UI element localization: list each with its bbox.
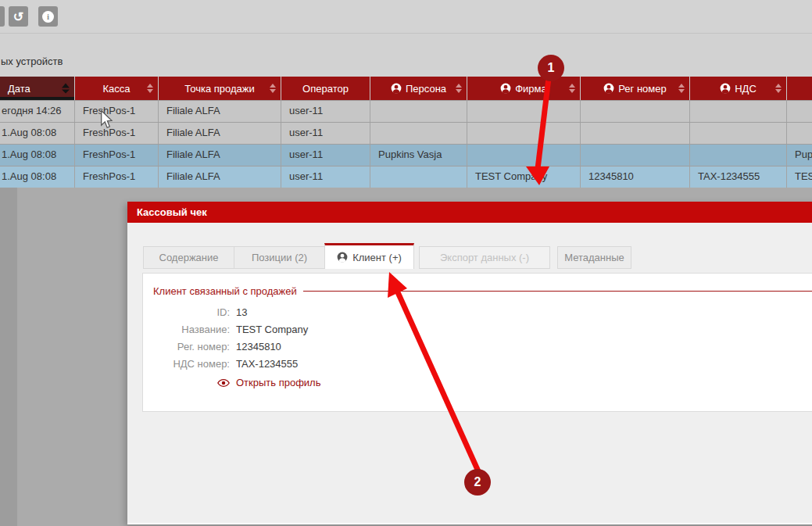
open-profile-link[interactable]: Открыть профиль [236, 374, 320, 392]
cell-client[interactable] [787, 123, 812, 144]
info-button[interactable]: i [38, 6, 58, 27]
cell-date[interactable]: 1.Aug 08:08 [0, 145, 75, 166]
app-root: ⁞ ↺ i ых устройств ДатаКассаТочка продаж… [0, 0, 812, 526]
column-header-register[interactable]: Касса [75, 77, 159, 100]
person-icon [391, 83, 402, 94]
cell-vat[interactable] [690, 123, 787, 144]
field-value: 13 [236, 304, 247, 321]
tab-label: Содержание [159, 252, 219, 263]
table-row[interactable]: егодня 14:26FreshPos-1Filiale ALFAuser-1… [0, 100, 812, 122]
sort-arrows-icon [147, 84, 153, 93]
cell-company[interactable]: TEST Company [467, 166, 581, 188]
sort-arrows-icon [62, 84, 70, 94]
column-header-company[interactable]: Фирма [467, 77, 581, 100]
tab-bar: СодержаниеПозиции (2)Клиент (+)Экспорт д… [143, 243, 631, 269]
column-label: Дата [8, 83, 30, 95]
sort-arrows-icon [456, 84, 462, 93]
column-header-vat[interactable]: НДС [690, 77, 787, 100]
tab-metadata[interactable]: Метаданные [557, 246, 631, 269]
column-label: Касса [102, 83, 130, 95]
cell-reg-number[interactable] [581, 101, 690, 122]
cell-date[interactable]: 1.Aug 08:08 [0, 166, 75, 188]
cell-person[interactable] [370, 123, 467, 144]
sort-arrows-icon [569, 84, 575, 93]
cell-operator[interactable]: user-11 [281, 166, 370, 188]
history-icon: ↺ [13, 9, 23, 24]
column-label: НДС [735, 83, 757, 95]
cell-operator[interactable]: user-11 [281, 101, 370, 122]
column-header-sales-point[interactable]: Точка продажи [159, 77, 281, 100]
profile-link-row: Открыть профиль [143, 374, 812, 392]
cell-client[interactable] [787, 101, 812, 122]
table-row[interactable]: 1.Aug 08:08FreshPos-1Filiale ALFAuser-11… [0, 166, 812, 188]
cell-person[interactable] [370, 101, 467, 122]
truncated-caption: ых устройств [1, 55, 63, 67]
cell-client[interactable]: TEST Company [787, 166, 812, 188]
column-label: Персона [406, 83, 446, 95]
column-header-client[interactable] [787, 77, 812, 100]
receipts-table: ДатаКассаТочка продажиОператорПерсонаФир… [0, 77, 812, 188]
column-header-person[interactable]: Персона [370, 77, 467, 100]
field-label: ID: [153, 304, 230, 321]
cell-operator[interactable]: user-11 [281, 123, 370, 144]
tab-client[interactable]: Клиент (+) [324, 243, 414, 269]
top-zone: ⁞ ↺ i ых устройств [0, 0, 812, 77]
sort-arrows-icon [678, 84, 685, 93]
sort-arrows-icon [775, 84, 782, 93]
history-button[interactable]: ↺ [9, 6, 28, 27]
left-edge-strip [0, 188, 17, 526]
column-header-date[interactable]: Дата [0, 77, 75, 100]
tab-label: Клиент (+) [352, 247, 402, 268]
info-icon: i [42, 11, 54, 23]
column-header-operator[interactable]: Оператор [281, 77, 370, 100]
more-button[interactable]: ⁞ [0, 6, 5, 27]
dialog-title: Кассовый чек [137, 206, 207, 218]
cell-register[interactable]: FreshPos-1 [75, 145, 159, 166]
tab-contents[interactable]: Содержание [143, 246, 234, 269]
section-rule [303, 291, 812, 292]
tab-positions[interactable]: Позиции (2) [234, 246, 325, 269]
table-row[interactable]: 1.Aug 08:08FreshPos-1Filiale ALFAuser-11… [0, 144, 812, 166]
field-label: Рег. номер: [153, 338, 230, 356]
client-field-row: НДС номер:TAX-1234555 [143, 356, 812, 373]
annotation-badge-1: 1 [538, 55, 564, 81]
cell-client[interactable]: Pupkins Vasja [787, 145, 812, 166]
cell-sales-point[interactable]: Filiale ALFA [159, 166, 281, 188]
person-icon [603, 83, 614, 94]
cell-register[interactable]: FreshPos-1 [75, 123, 159, 144]
cell-person[interactable] [370, 166, 467, 188]
toolbar: ⁞ ↺ i [0, 0, 812, 34]
tab-export[interactable]: Экспорт данных (-) [419, 246, 550, 269]
table-body: егодня 14:26FreshPos-1Filiale ALFAuser-1… [0, 100, 812, 188]
cell-register[interactable]: FreshPos-1 [75, 101, 159, 122]
field-value: 12345810 [236, 338, 281, 356]
cell-person[interactable]: Pupkins Vasja [370, 145, 467, 166]
table-row[interactable]: 1.Aug 08:08FreshPos-1Filiale ALFAuser-11 [0, 122, 812, 144]
cell-reg-number[interactable]: 12345810 [581, 166, 690, 188]
cell-company[interactable] [467, 145, 581, 166]
dialog-bottom-strip [127, 523, 812, 524]
cell-operator[interactable]: user-11 [281, 145, 370, 166]
section-header: Клиент связанный с продажей [153, 285, 812, 297]
cell-reg-number[interactable] [581, 123, 690, 144]
client-field-row: Рег. номер:12345810 [143, 338, 812, 356]
client-field-row: Название:TEST Company [143, 321, 812, 338]
field-value: TAX-1234555 [236, 356, 298, 373]
person-icon [720, 83, 731, 94]
cell-date[interactable]: 1.Aug 08:08 [0, 123, 75, 144]
tab-label: Позиции (2) [252, 252, 307, 263]
cell-vat[interactable] [690, 145, 787, 166]
cell-sales-point[interactable]: Filiale ALFA [159, 145, 281, 166]
cell-company[interactable] [467, 123, 581, 144]
person-icon [500, 83, 511, 94]
tab-label: Метаданные [564, 252, 624, 263]
cell-reg-number[interactable] [581, 145, 690, 166]
cell-vat[interactable]: TAX-1234555 [690, 166, 787, 188]
cell-register[interactable]: FreshPos-1 [75, 166, 159, 188]
cell-vat[interactable] [690, 101, 787, 122]
cell-company[interactable] [467, 101, 581, 122]
column-header-reg-number[interactable]: Рег номер [581, 77, 690, 100]
cell-date[interactable]: егодня 14:26 [0, 101, 75, 122]
cell-sales-point[interactable]: Filiale ALFA [159, 101, 281, 122]
cell-sales-point[interactable]: Filiale ALFA [159, 123, 281, 144]
